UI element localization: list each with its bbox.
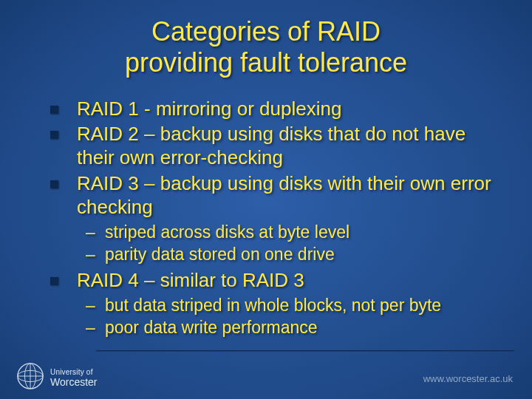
university-logo: University of Worcester — [16, 362, 98, 393]
slide: Categories of RAID providing fault toler… — [0, 0, 532, 399]
sub-text: but data striped in whole blocks, not pe… — [105, 296, 441, 315]
bullet-list-2: RAID 4 – similar to RAID 3 — [35, 268, 497, 292]
sub-item: parity data stored on one drive — [86, 244, 497, 265]
bullet-text: RAID 3 – backup using disks with their o… — [77, 172, 491, 218]
title-line-1: Categories of RAID — [151, 16, 381, 47]
globe-icon — [16, 362, 44, 393]
sub-text: parity data stored on one drive — [105, 245, 335, 264]
sub-list-2: but data striped in whole blocks, not pe… — [35, 295, 497, 338]
bullet-text: RAID 2 – backup using disks that do not … — [77, 123, 466, 168]
bullet-item: RAID 3 – backup using disks with their o… — [50, 171, 497, 219]
footer-divider — [96, 350, 514, 352]
bullet-item: RAID 1 - mirroring or duplexing — [50, 97, 497, 120]
title-line-2: providing fault tolerance — [125, 47, 407, 78]
bullet-item: RAID 2 – backup using disks that do not … — [50, 122, 497, 169]
sub-item: poor data write performance — [86, 317, 497, 338]
sub-list-1: striped across disks at byte level parit… — [35, 222, 497, 265]
sub-item: but data striped in whole blocks, not pe… — [86, 295, 497, 316]
bullet-text: RAID 1 - mirroring or duplexing — [77, 98, 341, 120]
bullet-list-1: RAID 1 - mirroring or duplexing RAID 2 –… — [35, 97, 497, 219]
sub-text: striped across disks at byte level — [105, 222, 349, 242]
footer-url: www.worcester.ac.uk — [423, 373, 513, 384]
bullet-text: RAID 4 – similar to RAID 3 — [77, 269, 304, 291]
bullet-item: RAID 4 – similar to RAID 3 — [50, 268, 497, 292]
footer: University of Worcester www.worcester.ac… — [0, 350, 532, 399]
university-bottom: Worcester — [50, 376, 98, 388]
slide-title: Categories of RAID providing fault toler… — [35, 16, 497, 79]
sub-text: poor data write performance — [105, 318, 318, 337]
sub-item: striped across disks at byte level — [86, 222, 497, 243]
university-top: University of — [50, 368, 93, 376]
university-name: University of Worcester — [50, 367, 98, 389]
